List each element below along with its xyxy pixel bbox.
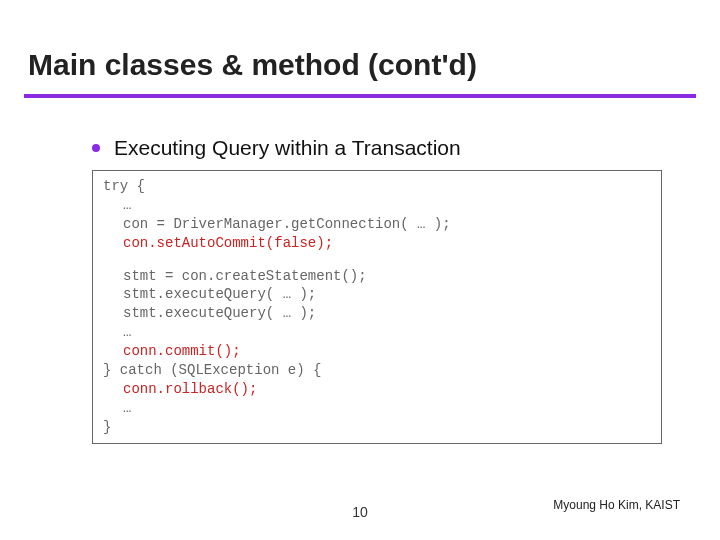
code-block: try { … con = DriverManager.getConnectio…	[92, 170, 662, 444]
bullet-icon	[92, 144, 100, 152]
code-line-red: con.setAutoCommit(false);	[103, 234, 651, 253]
code-line: stmt.executeQuery( … );	[103, 304, 651, 323]
code-blank	[103, 253, 651, 267]
code-line-red: conn.rollback();	[103, 380, 651, 399]
code-line: stmt.executeQuery( … );	[103, 285, 651, 304]
footer-author: Myoung Ho Kim, KAIST	[553, 498, 680, 512]
code-line: } catch (SQLException e) {	[103, 362, 321, 378]
slide-title: Main classes & method (cont'd)	[28, 48, 477, 82]
code-line: con = DriverManager.getConnection( … );	[103, 215, 651, 234]
code-line: …	[103, 323, 651, 342]
bullet-text: Executing Query within a Transaction	[114, 136, 461, 160]
code-line: stmt = con.createStatement();	[103, 267, 651, 286]
code-line: }	[103, 419, 111, 435]
code-line: …	[103, 196, 651, 215]
bullet-item: Executing Query within a Transaction	[92, 136, 461, 160]
code-line-red: conn.commit();	[103, 342, 651, 361]
slide: Main classes & method (cont'd) Executing…	[0, 0, 720, 540]
code-line: …	[103, 399, 651, 418]
title-underline	[24, 94, 696, 98]
code-line: try {	[103, 178, 145, 194]
